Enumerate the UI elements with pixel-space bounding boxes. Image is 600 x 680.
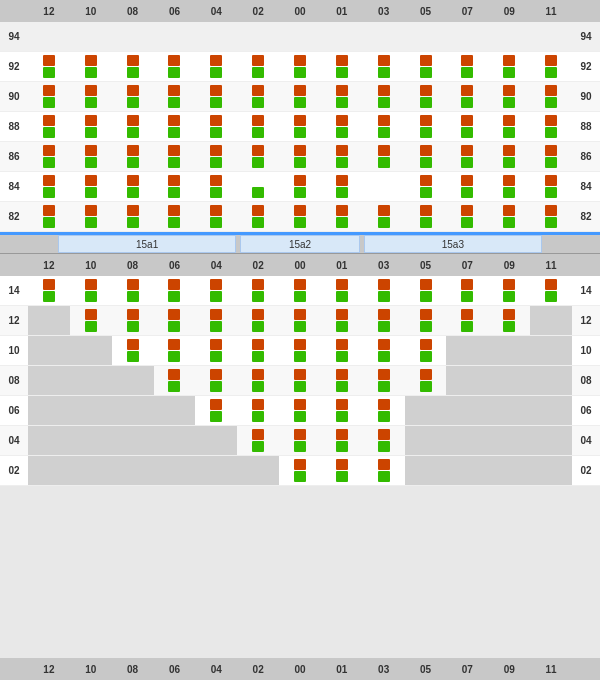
seat-pair[interactable] [279, 52, 321, 81]
seat-pair[interactable] [446, 82, 488, 111]
seat-pair[interactable] [321, 22, 363, 51]
seat-pair[interactable] [363, 82, 405, 111]
seat-pair[interactable] [405, 366, 447, 395]
seat-pair[interactable] [405, 172, 447, 201]
seat-pair[interactable] [446, 22, 488, 51]
seat-pair[interactable] [154, 202, 196, 231]
seat-pair[interactable] [237, 366, 279, 395]
seat-pair[interactable] [112, 112, 154, 141]
seat-pair[interactable] [321, 396, 363, 425]
seat-pair[interactable] [70, 202, 112, 231]
seat-pair[interactable] [237, 82, 279, 111]
seat-pair[interactable] [488, 276, 530, 305]
seat-pair[interactable] [112, 306, 154, 335]
seat-pair[interactable] [530, 142, 572, 171]
seat-pair[interactable] [363, 306, 405, 335]
seat-pair[interactable] [405, 52, 447, 81]
seat-pair[interactable] [154, 112, 196, 141]
seat-pair[interactable] [154, 306, 196, 335]
seat-pair[interactable] [321, 426, 363, 455]
seat-pair[interactable] [237, 52, 279, 81]
seat-pair[interactable] [195, 142, 237, 171]
seat-pair[interactable] [279, 276, 321, 305]
seat-pair[interactable] [530, 22, 572, 51]
seat-pair[interactable] [70, 22, 112, 51]
seat-pair[interactable] [530, 172, 572, 201]
seat-pair[interactable] [363, 366, 405, 395]
seat-pair[interactable] [237, 336, 279, 365]
seat-pair[interactable] [405, 112, 447, 141]
seat-pair[interactable] [112, 336, 154, 365]
seat-pair[interactable] [488, 202, 530, 231]
seat-pair[interactable] [321, 172, 363, 201]
seat-pair[interactable] [154, 22, 196, 51]
seat-pair[interactable] [488, 112, 530, 141]
seat-pair[interactable] [279, 366, 321, 395]
seat-pair[interactable] [321, 306, 363, 335]
seat-pair[interactable] [321, 202, 363, 231]
seat-pair[interactable] [405, 202, 447, 231]
seat-pair[interactable] [279, 202, 321, 231]
seat-pair[interactable] [70, 52, 112, 81]
seat-pair[interactable] [28, 112, 70, 141]
seat-pair[interactable] [446, 306, 488, 335]
seat-pair[interactable] [279, 306, 321, 335]
seat-pair[interactable] [530, 202, 572, 231]
seat-pair[interactable] [446, 52, 488, 81]
seat-pair[interactable] [237, 172, 279, 201]
seat-pair[interactable] [112, 22, 154, 51]
seat-pair[interactable] [112, 82, 154, 111]
seat-pair[interactable] [279, 336, 321, 365]
seat-pair[interactable] [530, 112, 572, 141]
seat-pair[interactable] [279, 112, 321, 141]
seat-pair[interactable] [321, 276, 363, 305]
seat-pair[interactable] [363, 142, 405, 171]
seat-pair[interactable] [279, 172, 321, 201]
seat-pair[interactable] [195, 366, 237, 395]
seat-pair[interactable] [237, 306, 279, 335]
seat-pair[interactable] [363, 396, 405, 425]
seat-pair[interactable] [195, 276, 237, 305]
seat-pair[interactable] [237, 22, 279, 51]
seat-pair[interactable] [279, 142, 321, 171]
seat-pair[interactable] [321, 142, 363, 171]
seat-pair[interactable] [446, 142, 488, 171]
seat-pair[interactable] [28, 142, 70, 171]
seat-pair[interactable] [195, 52, 237, 81]
seat-pair[interactable] [195, 396, 237, 425]
seat-pair[interactable] [363, 336, 405, 365]
seat-pair[interactable] [405, 22, 447, 51]
seat-pair[interactable] [195, 336, 237, 365]
seat-pair[interactable] [28, 202, 70, 231]
seat-pair[interactable] [279, 396, 321, 425]
seat-pair[interactable] [363, 22, 405, 51]
seat-pair[interactable] [488, 142, 530, 171]
seat-pair[interactable] [321, 112, 363, 141]
seat-pair[interactable] [112, 276, 154, 305]
seat-pair[interactable] [237, 426, 279, 455]
seat-pair[interactable] [28, 82, 70, 111]
seat-pair[interactable] [154, 276, 196, 305]
seat-pair[interactable] [195, 306, 237, 335]
seat-pair[interactable] [28, 52, 70, 81]
seat-pair[interactable] [112, 202, 154, 231]
seat-pair[interactable] [279, 22, 321, 51]
seat-pair[interactable] [195, 172, 237, 201]
seat-pair[interactable] [321, 336, 363, 365]
seat-pair[interactable] [112, 142, 154, 171]
seat-pair[interactable] [195, 22, 237, 51]
seat-pair[interactable] [70, 112, 112, 141]
seat-pair[interactable] [488, 52, 530, 81]
seat-pair[interactable] [363, 426, 405, 455]
seat-pair[interactable] [446, 112, 488, 141]
seat-pair[interactable] [405, 336, 447, 365]
seat-pair[interactable] [488, 22, 530, 51]
seat-pair[interactable] [112, 172, 154, 201]
seat-pair[interactable] [154, 172, 196, 201]
seat-pair[interactable] [237, 276, 279, 305]
seat-pair[interactable] [446, 172, 488, 201]
seat-pair[interactable] [321, 456, 363, 485]
seat-pair[interactable] [363, 52, 405, 81]
seat-pair[interactable] [154, 142, 196, 171]
seat-pair[interactable] [237, 202, 279, 231]
